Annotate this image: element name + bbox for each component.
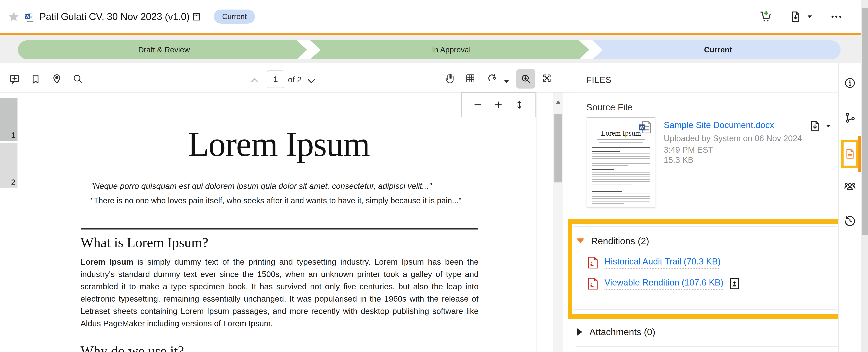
page-down-icon[interactable] — [307, 78, 316, 84]
source-file-thumbnail[interactable]: W Lorem Ipsum — [587, 117, 655, 208]
source-file-label: Source File — [586, 102, 632, 113]
attachments-label: Attachments (0) — [589, 326, 655, 337]
fit-height-icon[interactable] — [515, 100, 524, 110]
rotate-options-caret-icon[interactable] — [503, 78, 510, 85]
pdf-document-title: Lorem Ipsum — [80, 124, 477, 164]
title-bar: W Patil Gulati CV, 30 Nov 2023 (v1.0) Cu… — [0, 0, 868, 33]
viewable-rendition-marker-icon — [729, 278, 740, 289]
pdf-quote-plain: "There is no one who loves pain itself, … — [91, 196, 461, 205]
page-right-border — [536, 93, 537, 352]
zoom-in-plus-icon[interactable] — [494, 100, 503, 110]
source-file-download-group — [809, 120, 831, 132]
rendition-row-viewable: Viewable Rendition (107.6 KB) — [587, 278, 740, 290]
page-thumbnail-2[interactable]: 2 — [0, 143, 18, 188]
pdf-file-icon — [587, 256, 598, 269]
pdf-quote-italic: "Neque porro quisquam est qui dolorem ip… — [91, 181, 432, 191]
pdf-horizontal-rule — [81, 228, 478, 230]
page-up-icon[interactable] — [250, 77, 259, 84]
source-file-link[interactable]: Sample Site Document.docx — [664, 120, 774, 130]
pan-hand-icon[interactable] — [444, 73, 456, 84]
more-actions-ellipsis-icon[interactable] — [830, 10, 843, 23]
rotate-icon[interactable] — [486, 72, 498, 84]
rendition-row-historical-audit: Historical Audit Trail (70.3 KB) — [587, 256, 720, 269]
zoom-out-minus-icon[interactable] — [473, 100, 483, 110]
download-options-caret-icon[interactable] — [825, 123, 831, 129]
page-title: Patil Gulati CV, 30 Nov 2023 (v1.0) — [39, 11, 190, 23]
pdf-heading-why-use: Why do we use it? — [81, 343, 184, 352]
page-total-label: of 2 — [288, 75, 302, 84]
window-scrollbar-track[interactable] — [861, 0, 868, 352]
download-options-caret-icon[interactable] — [806, 13, 813, 20]
renditions-top-divider — [573, 226, 837, 227]
lifecycle-stage-current[interactable]: Current — [592, 40, 841, 59]
zoom-in-icon — [520, 73, 531, 84]
renditions-section-header[interactable]: Renditions (2) — [577, 236, 649, 246]
users-sharing-icon[interactable] — [843, 180, 857, 193]
fullscreen-icon[interactable] — [541, 73, 552, 84]
word-document-icon: W — [638, 120, 653, 135]
lifecycle-stage-draft-review[interactable]: Draft & Review — [18, 40, 307, 59]
workflow-icon[interactable] — [843, 111, 857, 124]
historical-audit-trail-link[interactable]: Historical Audit Trail (70.3 KB) — [604, 256, 720, 269]
window-scrollbar-thumb[interactable] — [862, 8, 868, 235]
renditions-highlight-box — [568, 219, 842, 319]
source-file-size: 15.3 KB — [664, 155, 693, 165]
accent-divider — [0, 33, 868, 35]
viewable-rendition-link[interactable]: Viewable Rendition (107.6 KB) — [604, 278, 723, 290]
status-badge: Current — [214, 9, 255, 24]
binder-icon — [192, 12, 201, 21]
location-pin-icon[interactable] — [51, 73, 62, 84]
pdf-file-icon — [587, 278, 598, 290]
zoom-controls — [461, 92, 535, 117]
expand-triangle-icon[interactable] — [577, 328, 582, 336]
files-panel-title: FILES — [586, 75, 612, 85]
lifecycle-track: Draft & Review In Approval Current — [18, 40, 841, 59]
document-files-icon — [844, 148, 856, 160]
doc-info-icon[interactable] — [843, 76, 857, 90]
search-icon[interactable] — [72, 73, 83, 84]
attachments-divider — [576, 346, 838, 347]
lifecycle-bar: Draft & Review In Approval Current — [0, 35, 868, 63]
add-to-cart-icon[interactable] — [759, 10, 772, 23]
attachments-section-header[interactable]: Attachments (0) — [577, 326, 655, 337]
source-file-uploaded-text: Uploaded by System on 06 Nov 2024 3:49 P… — [664, 133, 805, 156]
pdf-paragraph: Lorem Ipsum is simply dummy text of the … — [81, 256, 478, 329]
svg-text:W: W — [640, 125, 644, 130]
bookmark-icon[interactable] — [30, 74, 41, 84]
pdf-heading-what-is: What is Lorem Ipsum? — [81, 235, 208, 251]
file-download-icon[interactable] — [789, 11, 801, 23]
collapse-triangle-icon[interactable] — [577, 239, 584, 244]
grid-view-icon[interactable] — [465, 73, 476, 84]
pdf-page[interactable]: Lorem Ipsum "Neque porro quisquam est qu… — [20, 93, 536, 352]
page-thumbnail-1[interactable]: 1 — [0, 98, 18, 141]
lifecycle-stage-in-approval[interactable]: In Approval — [310, 40, 589, 59]
page-number-input[interactable] — [267, 70, 284, 88]
viewer-scroll-up-icon[interactable] — [556, 100, 561, 104]
annotation-add-icon[interactable] — [9, 73, 20, 85]
file-download-icon[interactable] — [809, 120, 821, 132]
word-document-icon: W — [24, 11, 35, 23]
viewer-scrollbar-thumb[interactable] — [554, 114, 562, 182]
svg-text:W: W — [25, 14, 29, 19]
renditions-label: Renditions (2) — [591, 236, 649, 246]
favorite-star-icon[interactable] — [8, 11, 20, 23]
files-tab-selected[interactable] — [841, 140, 859, 168]
renditions-bottom-divider — [573, 309, 837, 310]
right-icon-rail — [838, 63, 861, 352]
history-icon[interactable] — [843, 214, 857, 227]
files-header-divider — [576, 92, 838, 93]
